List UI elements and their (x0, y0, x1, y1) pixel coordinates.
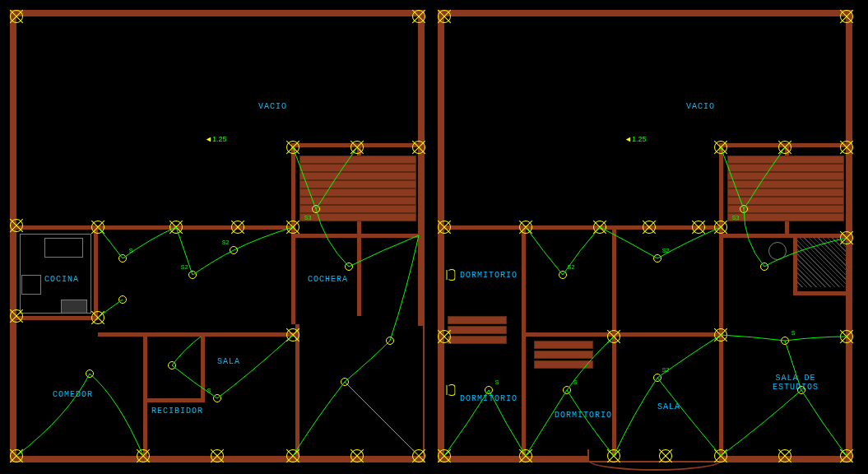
floor-plan-right: VACIO DORMITORIO DORMITORIO DORMITORIO S… (438, 10, 852, 462)
floor-plan-left: VACIO COCINA COCHERA SALA COMEDOR RECIBI… (10, 10, 425, 462)
wiring-right (439, 12, 851, 461)
wiring-left (12, 12, 423, 461)
